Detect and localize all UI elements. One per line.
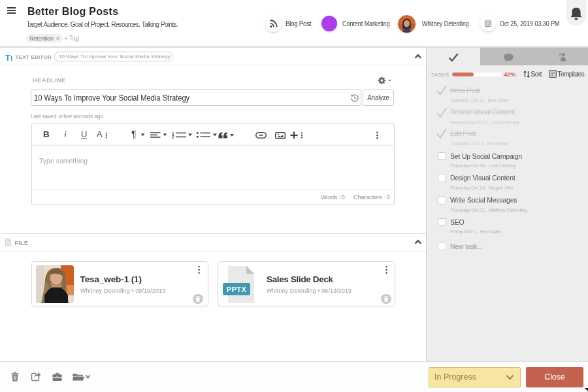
svg-text:PPTX: PPTX (227, 286, 247, 293)
svg-text:2: 2 (172, 135, 174, 139)
